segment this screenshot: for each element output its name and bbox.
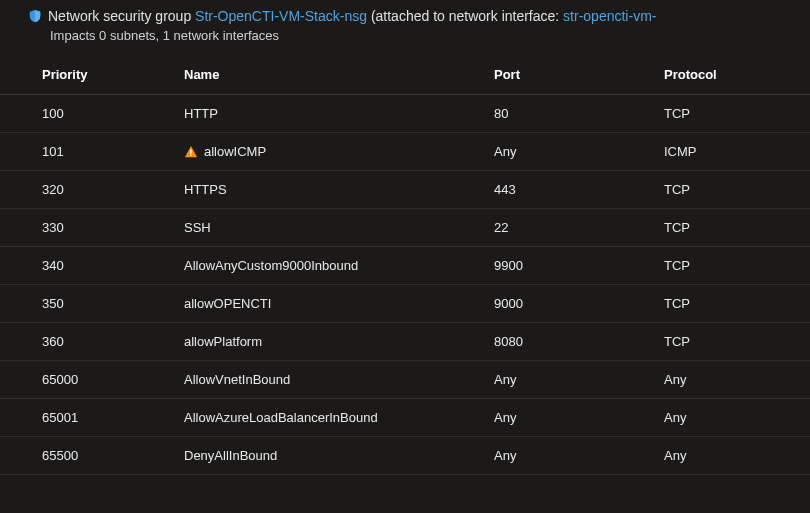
table-row[interactable]: 65001AllowAzureLoadBalancerInBoundAnyAny <box>0 399 810 437</box>
cell-name: allowPlatform <box>170 323 480 361</box>
nsg-impacts: Impacts 0 subnets, 1 network interfaces <box>0 24 810 57</box>
col-header-port[interactable]: Port <box>480 57 650 95</box>
rule-name: allowPlatform <box>184 334 262 349</box>
cell-priority: 65000 <box>0 361 170 399</box>
cell-protocol: ICMP <box>650 133 810 171</box>
cell-protocol: Any <box>650 399 810 437</box>
table-row[interactable]: 350allowOPENCTI9000TCP <box>0 285 810 323</box>
cell-port: 8080 <box>480 323 650 361</box>
table-row[interactable]: 330SSH22TCP <box>0 209 810 247</box>
col-header-name[interactable]: Name <box>170 57 480 95</box>
cell-protocol: TCP <box>650 95 810 133</box>
cell-port: 80 <box>480 95 650 133</box>
table-row[interactable]: 360allowPlatform8080TCP <box>0 323 810 361</box>
cell-protocol: TCP <box>650 285 810 323</box>
cell-priority: 330 <box>0 209 170 247</box>
rule-name: AllowAnyCustom9000Inbound <box>184 258 358 273</box>
cell-protocol: Any <box>650 361 810 399</box>
table-row[interactable]: 101allowICMPAnyICMP <box>0 133 810 171</box>
cell-protocol: TCP <box>650 209 810 247</box>
cell-name: AllowAnyCustom9000Inbound <box>170 247 480 285</box>
cell-priority: 65500 <box>0 437 170 475</box>
cell-name: HTTPS <box>170 171 480 209</box>
cell-name: DenyAllInBound <box>170 437 480 475</box>
rule-name: AllowVnetInBound <box>184 372 290 387</box>
cell-port: Any <box>480 361 650 399</box>
header-prefix: Network security group <box>48 8 191 24</box>
rule-name: HTTPS <box>184 182 227 197</box>
col-header-protocol[interactable]: Protocol <box>650 57 810 95</box>
nsg-header: Network security group Str-OpenCTI-VM-St… <box>0 8 810 24</box>
cell-port: 9000 <box>480 285 650 323</box>
header-paren: (attached to network interface: <box>371 8 559 24</box>
cell-priority: 340 <box>0 247 170 285</box>
svg-rect-0 <box>190 149 191 153</box>
cell-port: 22 <box>480 209 650 247</box>
cell-port: Any <box>480 399 650 437</box>
cell-port: Any <box>480 437 650 475</box>
rules-table: Priority Name Port Protocol 100HTTP80TCP… <box>0 57 810 475</box>
table-row[interactable]: 340AllowAnyCustom9000Inbound9900TCP <box>0 247 810 285</box>
cell-protocol: TCP <box>650 171 810 209</box>
cell-priority: 360 <box>0 323 170 361</box>
cell-name: allowICMP <box>170 133 480 171</box>
svg-rect-1 <box>190 154 191 155</box>
cell-protocol: TCP <box>650 323 810 361</box>
table-row[interactable]: 65500DenyAllInBoundAnyAny <box>0 437 810 475</box>
cell-port: Any <box>480 133 650 171</box>
shield-icon <box>28 9 42 23</box>
cell-priority: 65001 <box>0 399 170 437</box>
cell-priority: 320 <box>0 171 170 209</box>
rule-name: DenyAllInBound <box>184 448 277 463</box>
cell-protocol: TCP <box>650 247 810 285</box>
cell-name: AllowVnetInBound <box>170 361 480 399</box>
cell-port: 9900 <box>480 247 650 285</box>
cell-protocol: Any <box>650 437 810 475</box>
warning-icon <box>184 145 198 159</box>
cell-name: allowOPENCTI <box>170 285 480 323</box>
cell-name: HTTP <box>170 95 480 133</box>
cell-port: 443 <box>480 171 650 209</box>
cell-name: AllowAzureLoadBalancerInBound <box>170 399 480 437</box>
table-row[interactable]: 65000AllowVnetInBoundAnyAny <box>0 361 810 399</box>
cell-priority: 350 <box>0 285 170 323</box>
rule-name: SSH <box>184 220 211 235</box>
cell-priority: 100 <box>0 95 170 133</box>
table-row[interactable]: 320HTTPS443TCP <box>0 171 810 209</box>
rule-name: allowICMP <box>204 144 266 159</box>
col-header-priority[interactable]: Priority <box>0 57 170 95</box>
rule-name: HTTP <box>184 106 218 121</box>
rule-name: allowOPENCTI <box>184 296 271 311</box>
cell-priority: 101 <box>0 133 170 171</box>
cell-name: SSH <box>170 209 480 247</box>
table-row[interactable]: 100HTTP80TCP <box>0 95 810 133</box>
rule-name: AllowAzureLoadBalancerInBound <box>184 410 378 425</box>
nic-link[interactable]: str-opencti-vm- <box>563 8 656 24</box>
nsg-link[interactable]: Str-OpenCTI-VM-Stack-nsg <box>195 8 367 24</box>
